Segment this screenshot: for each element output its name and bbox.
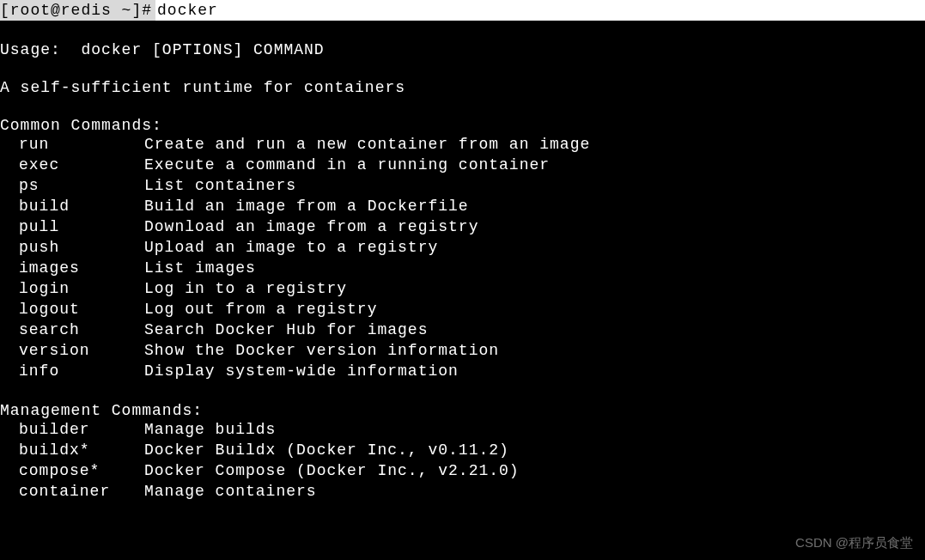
- command-description: Log in to a registry: [144, 278, 347, 299]
- terminal-output: Usage: docker [OPTIONS] COMMAND A self-s…: [0, 21, 925, 502]
- command-row: versionShow the Docker version informati…: [0, 340, 925, 361]
- command-name: search: [19, 320, 144, 340]
- command-row: runCreate and run a new container from a…: [0, 134, 925, 155]
- command-row: pushUpload an image to a registry: [0, 237, 925, 258]
- terminal-prompt-line[interactable]: [root@redis ~]# docker: [0, 0, 925, 21]
- command-row: imagesList images: [0, 258, 925, 278]
- command-description: Create and run a new container from an i…: [144, 134, 590, 155]
- command-name: build: [19, 196, 144, 216]
- indent: [0, 299, 19, 320]
- command-row: buildx*Docker Buildx (Docker Inc., v0.11…: [0, 440, 925, 460]
- indent: [0, 278, 19, 299]
- command-description: Log out from a registry: [144, 299, 377, 320]
- command-name: push: [19, 237, 144, 258]
- command-name: login: [19, 278, 144, 299]
- indent: [0, 460, 19, 481]
- indent: [0, 440, 19, 460]
- indent: [0, 196, 19, 216]
- command-description: Manage containers: [144, 481, 317, 502]
- command-description: List containers: [144, 175, 296, 196]
- command-description: Docker Buildx (Docker Inc., v0.11.2): [144, 440, 509, 460]
- command-name: exec: [19, 155, 144, 175]
- command-row: loginLog in to a registry: [0, 278, 925, 299]
- watermark-text: CSDN @程序员食堂: [795, 535, 913, 551]
- indent: [0, 419, 19, 440]
- command-name: logout: [19, 299, 144, 320]
- indent: [0, 175, 19, 196]
- command-description: Build an image from a Dockerfile: [144, 196, 469, 216]
- indent: [0, 340, 19, 361]
- command-description: Download an image from a registry: [144, 216, 478, 237]
- common-commands-header: Common Commands:: [0, 117, 925, 134]
- common-commands-list: runCreate and run a new container from a…: [0, 134, 925, 381]
- indent: [0, 258, 19, 278]
- command-description: List images: [144, 258, 256, 278]
- command-name: compose*: [19, 460, 144, 481]
- command-row: compose*Docker Compose (Docker Inc., v2.…: [0, 460, 925, 481]
- command-description: Search Docker Hub for images: [144, 320, 428, 340]
- command-row: buildBuild an image from a Dockerfile: [0, 196, 925, 216]
- command-description: Manage builds: [144, 419, 276, 440]
- indent: [0, 361, 19, 381]
- command-row: pullDownload an image from a registry: [0, 216, 925, 237]
- command-name: info: [19, 361, 144, 381]
- management-commands-list: builderManage buildsbuildx*Docker Buildx…: [0, 419, 925, 502]
- indent: [0, 237, 19, 258]
- command-row: searchSearch Docker Hub for images: [0, 320, 925, 340]
- command-name: container: [19, 481, 144, 502]
- command-row: builderManage builds: [0, 419, 925, 440]
- command-row: logoutLog out from a registry: [0, 299, 925, 320]
- typed-command[interactable]: docker: [155, 0, 925, 21]
- indent: [0, 216, 19, 237]
- command-description: Execute a command in a running container: [144, 155, 550, 175]
- command-name: run: [19, 134, 144, 155]
- command-name: version: [19, 340, 144, 361]
- command-name: builder: [19, 419, 144, 440]
- command-name: pull: [19, 216, 144, 237]
- description-line: A self-sufficient runtime for containers: [0, 79, 925, 96]
- indent: [0, 134, 19, 155]
- shell-prompt: [root@redis ~]#: [0, 0, 155, 21]
- command-description: Upload an image to a registry: [144, 237, 438, 258]
- management-commands-header: Management Commands:: [0, 402, 925, 419]
- command-row: containerManage containers: [0, 481, 925, 502]
- indent: [0, 155, 19, 175]
- command-row: psList containers: [0, 175, 925, 196]
- indent: [0, 320, 19, 340]
- command-row: infoDisplay system-wide information: [0, 361, 925, 381]
- command-description: Display system-wide information: [144, 361, 459, 381]
- command-row: execExecute a command in a running conta…: [0, 155, 925, 175]
- usage-line: Usage: docker [OPTIONS] COMMAND: [0, 41, 925, 58]
- command-name: buildx*: [19, 440, 144, 460]
- command-description: Docker Compose (Docker Inc., v2.21.0): [144, 460, 520, 481]
- command-name: images: [19, 258, 144, 278]
- command-name: ps: [19, 175, 144, 196]
- command-description: Show the Docker version information: [144, 340, 499, 361]
- indent: [0, 481, 19, 502]
